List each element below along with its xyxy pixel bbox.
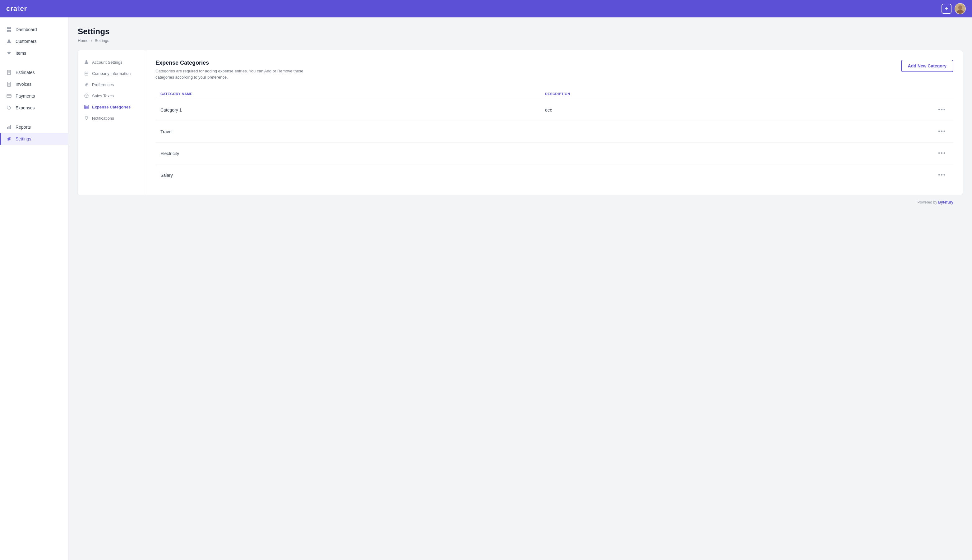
content-title: Expense Categories: [155, 60, 311, 66]
subnav-expense-categories-label: Expense Categories: [92, 105, 130, 109]
table-icon: [84, 104, 89, 109]
svg-rect-19: [9, 126, 10, 129]
sidebar-group-main: Dashboard Customers Items: [0, 23, 68, 59]
sidebar-label-reports: Reports: [15, 125, 31, 130]
app-layout: Dashboard Customers Items: [0, 17, 972, 560]
svg-point-17: [8, 107, 8, 107]
sidebar-group-finance: Estimates Invoices Payments: [0, 67, 68, 114]
sidebar-label-items: Items: [15, 51, 26, 56]
footer-text: Powered by: [918, 200, 939, 205]
sidebar: Dashboard Customers Items: [0, 17, 68, 560]
row-more-button[interactable]: •••: [935, 149, 949, 158]
subnav-notifications-label: Notifications: [92, 116, 114, 121]
sidebar-group-bottom: Reports Settings: [0, 121, 68, 145]
sidebar-label-dashboard: Dashboard: [15, 27, 37, 32]
breadcrumb-separator: /: [91, 38, 92, 43]
sidebar-label-payments: Payments: [15, 93, 35, 98]
sidebar-label-customers: Customers: [15, 39, 37, 44]
sidebar-item-payments[interactable]: Payments: [0, 90, 68, 102]
sidebar-item-invoices[interactable]: Invoices: [0, 78, 68, 90]
svg-point-1: [958, 5, 962, 10]
category-name: Category 1: [160, 108, 545, 112]
subnav-company[interactable]: Company Information: [78, 68, 146, 79]
account-icon: [84, 60, 89, 65]
svg-rect-5: [7, 30, 9, 32]
doc-icon: [6, 70, 12, 75]
check-circle-icon: [84, 93, 89, 98]
category-name: Electricity: [160, 151, 545, 156]
top-navigation: crater +: [0, 0, 972, 17]
subnav-account[interactable]: Account Settings: [78, 57, 146, 68]
tag-icon: [6, 105, 12, 111]
subnav-company-label: Company Information: [92, 71, 130, 76]
building-icon: [84, 71, 89, 76]
invoice-icon: [6, 82, 12, 87]
row-more-button[interactable]: •••: [935, 171, 949, 180]
bell-icon: [84, 116, 89, 121]
subnav-taxes-label: Sales Taxes: [92, 93, 114, 98]
breadcrumb: Home / Settings: [78, 38, 963, 43]
content-header: Expense Categories Categories are requir…: [155, 60, 954, 80]
settings-content-area: Expense Categories Categories are requir…: [146, 50, 963, 195]
svg-rect-20: [10, 125, 11, 129]
subnav-taxes[interactable]: Sales Taxes: [78, 90, 146, 101]
preferences-icon: [84, 82, 89, 87]
brand-logo: crater: [6, 5, 27, 13]
sidebar-item-customers[interactable]: Customers: [0, 35, 68, 47]
subnav-preferences-label: Preferences: [92, 82, 114, 87]
sidebar-item-reports[interactable]: Reports: [0, 121, 68, 133]
sidebar-label-estimates: Estimates: [15, 70, 35, 75]
sidebar-item-items[interactable]: Items: [0, 47, 68, 59]
subnav-account-label: Account Settings: [92, 60, 122, 65]
topnav-right: +: [942, 3, 966, 14]
add-category-button[interactable]: Add New Category: [901, 60, 954, 72]
star-icon: [6, 50, 12, 56]
svg-rect-22: [85, 72, 88, 75]
sidebar-label-expenses: Expenses: [15, 105, 35, 110]
footer-brand: Bytefury: [938, 200, 954, 205]
svg-rect-6: [9, 30, 11, 32]
avatar-image: [955, 4, 965, 14]
grid-icon: [6, 27, 12, 32]
col-description-header: DESCRIPTION: [545, 92, 930, 96]
svg-rect-18: [7, 127, 8, 129]
svg-point-27: [85, 94, 88, 98]
category-description: dec: [545, 108, 930, 112]
gear-icon: [6, 136, 12, 142]
add-button[interactable]: +: [942, 4, 952, 14]
chart-icon: [6, 124, 12, 130]
breadcrumb-home[interactable]: Home: [78, 38, 89, 43]
table-row: Category 1 dec •••: [155, 99, 954, 121]
col-name-header: CATEGORY NAME: [160, 92, 545, 96]
row-more-button[interactable]: •••: [935, 127, 949, 136]
svg-rect-28: [85, 105, 88, 109]
svg-rect-3: [7, 27, 9, 29]
category-name: Salary: [160, 173, 545, 178]
category-name: Travel: [160, 129, 545, 134]
avatar[interactable]: [955, 3, 966, 14]
sidebar-label-invoices: Invoices: [15, 82, 32, 87]
sidebar-item-expenses[interactable]: Expenses: [0, 102, 68, 114]
content-header-text: Expense Categories Categories are requir…: [155, 60, 311, 80]
row-more-button[interactable]: •••: [935, 105, 949, 114]
page-title: Settings: [78, 27, 963, 37]
table-header: CATEGORY NAME DESCRIPTION: [155, 89, 954, 99]
page-footer: Powered by Bytefury: [78, 195, 963, 210]
card-icon: [6, 93, 12, 99]
svg-point-21: [85, 60, 87, 62]
subnav-notifications[interactable]: Notifications: [78, 112, 146, 124]
sidebar-item-estimates[interactable]: Estimates: [0, 67, 68, 78]
svg-rect-15: [7, 95, 11, 98]
svg-rect-4: [9, 27, 11, 29]
settings-card: Account Settings Company Information Pre…: [78, 50, 963, 195]
sidebar-item-settings[interactable]: Settings: [0, 133, 68, 145]
col-actions-header: [930, 92, 949, 96]
sidebar-item-dashboard[interactable]: Dashboard: [0, 23, 68, 35]
subnav-expense-categories[interactable]: Expense Categories: [78, 101, 146, 112]
table-row: Electricity •••: [155, 143, 954, 164]
subnav-preferences[interactable]: Preferences: [78, 79, 146, 90]
sidebar-label-settings: Settings: [15, 137, 32, 142]
main-content: Settings Home / Settings Account Setting…: [68, 17, 972, 560]
table-row: Salary •••: [155, 164, 954, 186]
settings-subnav: Account Settings Company Information Pre…: [78, 50, 146, 195]
